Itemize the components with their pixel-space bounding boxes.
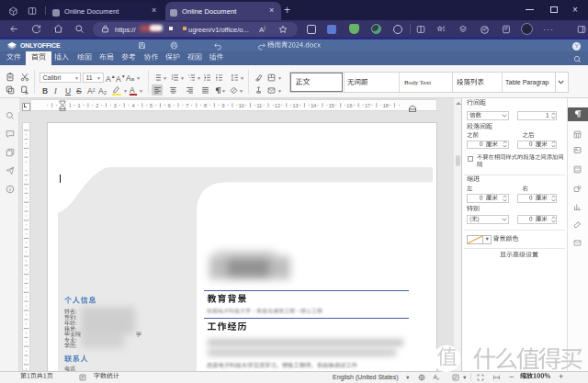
svg-text:16: 16 <box>346 103 352 108</box>
svg-text:5: 5 <box>150 103 153 108</box>
svg-text:12: 12 <box>275 103 280 108</box>
svg-text:13: 13 <box>293 103 299 108</box>
svg-text:3: 3 <box>114 103 117 108</box>
svg-text:4: 4 <box>131 103 134 108</box>
svg-text:18: 18 <box>383 103 389 108</box>
svg-text:15: 15 <box>329 103 334 108</box>
svg-text:2: 2 <box>96 103 98 108</box>
svg-text:6: 6 <box>168 103 171 108</box>
svg-text:8: 8 <box>204 103 207 108</box>
svg-text:11: 11 <box>256 103 262 108</box>
svg-text:14: 14 <box>311 103 316 108</box>
svg-text:9: 9 <box>222 103 225 108</box>
svg-text:1: 1 <box>78 103 81 108</box>
svg-text:10: 10 <box>239 103 244 108</box>
svg-text:17: 17 <box>365 103 370 108</box>
svg-text:7: 7 <box>186 103 188 108</box>
